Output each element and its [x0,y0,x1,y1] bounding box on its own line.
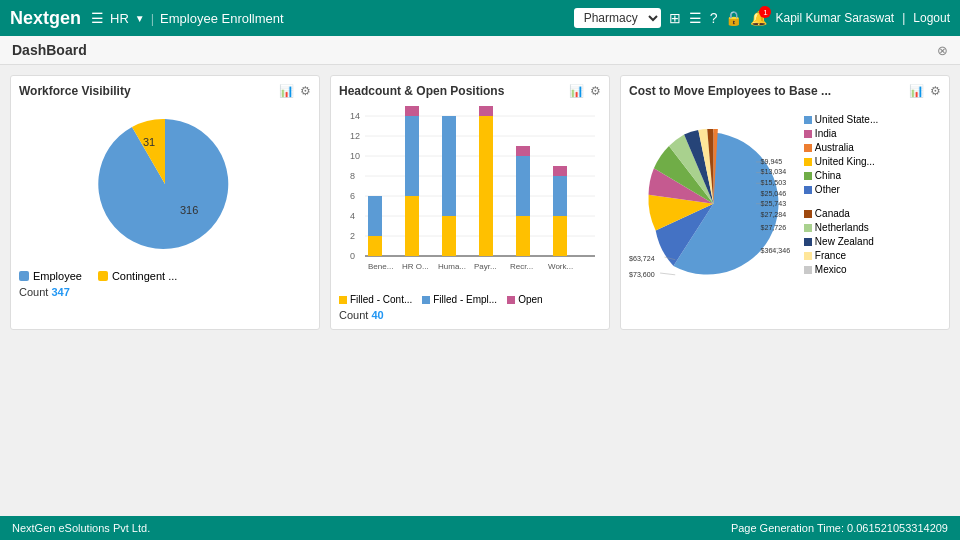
top-nav: ☰ HR ▼ | Employee Enrollment [91,10,284,26]
svg-text:Payr...: Payr... [474,262,497,271]
legend-newzealand: New Zealand [804,236,874,247]
separator: | [902,11,905,25]
headcount-count: Count 40 [339,309,601,321]
headcount-legend: Filled - Cont... Filled - Empl... Open [339,294,601,305]
notification-badge: 1 [759,6,771,18]
filled-empl-dot [422,296,430,304]
legend-open: Open [507,294,542,305]
cost-content: $9,945 $13,034 $15,503 $25,046 $25,743 $… [629,104,941,299]
bar-recr-open [516,146,530,156]
employee-dot [19,271,29,281]
cost-legend: United State... India Australia United K… [804,114,941,278]
hr-chevron-icon[interactable]: ▼ [135,13,145,24]
legend-canada: Canada [804,208,874,219]
bar-huma-cont [442,216,456,256]
top-bar: Nextgen ☰ HR ▼ | Employee Enrollment Pha… [0,0,960,36]
netherlands-label: Netherlands [815,222,869,233]
australia-dot [804,144,812,152]
user-name: Kapil Kumar Saraswat [775,11,894,25]
nav-separator: | [151,11,154,26]
other-dot [804,186,812,194]
list-icon[interactable]: ☰ [689,10,702,26]
legend-other: Other [804,184,878,195]
lock-icon[interactable]: 🔒 [725,10,742,26]
legend-contingent: Contingent ... [98,270,177,282]
count-value: 347 [51,286,69,298]
contingent-dot [98,271,108,281]
legend-filled-cont: Filled - Cont... [339,294,412,305]
newzealand-label: New Zealand [815,236,874,247]
pharmacy-select[interactable]: Pharmacy [574,8,661,28]
legend-india: India [804,128,878,139]
logout-link[interactable]: Logout [913,11,950,25]
other-label: Other [815,184,840,195]
chart-icon[interactable]: 📊 [279,84,294,98]
cost-settings-icon[interactable]: ⚙ [930,84,941,98]
svg-text:$364,346: $364,346 [761,247,791,255]
dashboard-body: Workforce Visibility 📊 ⚙ 316 31 Employee [0,65,960,340]
count-label: Count [19,286,48,298]
australia-label: Australia [815,142,854,153]
mexico-label: Mexico [815,264,847,275]
top-bar-right: Pharmacy ⊞ ☰ ? 🔒 🔔 1 Kapil Kumar Saraswa… [574,8,950,28]
bar-bene-empl [368,196,382,236]
bar-work-cont [553,216,567,256]
cost-chart-icon[interactable]: 📊 [909,84,924,98]
svg-text:$9,945: $9,945 [761,158,783,166]
grid-icon[interactable]: ⊞ [669,10,681,26]
france-dot [804,252,812,260]
legend-france: France [804,250,874,261]
close-icon[interactable]: ⊗ [937,43,948,58]
svg-text:12: 12 [350,131,360,141]
svg-text:4: 4 [350,211,355,221]
cost-title: Cost to Move Employees to Base ... [629,84,831,98]
notification-bell[interactable]: 🔔 1 [750,10,767,26]
headcount-settings-icon[interactable]: ⚙ [590,84,601,98]
svg-text:$15,503: $15,503 [761,179,787,187]
headcount-chart-icon[interactable]: 📊 [569,84,584,98]
canada-label: Canada [815,208,850,219]
workforce-pie-svg: 316 31 [75,104,255,264]
bar-work-open [553,166,567,176]
svg-text:2: 2 [350,231,355,241]
settings-icon[interactable]: ⚙ [300,84,311,98]
cost-card-header: Cost to Move Employees to Base ... 📊 ⚙ [629,84,941,98]
workforce-count: Count 347 [19,286,311,298]
svg-text:10: 10 [350,151,360,161]
hamburger-icon[interactable]: ☰ [91,10,104,26]
open-dot [507,296,515,304]
cost-legend-right: Canada Netherlands New Zealand France [804,208,874,278]
bar-huma-empl [442,116,456,216]
bar-recr-cont [516,216,530,256]
dashboard-header: DashBoard ⊗ [0,36,960,65]
workforce-card-icons: 📊 ⚙ [279,84,311,98]
contingent-label: Contingent ... [112,270,177,282]
usa-label: United State... [815,114,878,125]
employee-label: Employee [33,270,82,282]
bar-payr-open [479,106,493,116]
legend-australia: Australia [804,142,878,153]
svg-text:14: 14 [350,111,360,121]
netherlands-dot [804,224,812,232]
workforce-card: Workforce Visibility 📊 ⚙ 316 31 Employee [10,75,320,330]
help-icon[interactable]: ? [710,10,718,26]
cost-legend-left: United State... India Australia United K… [804,114,878,198]
india-dot [804,130,812,138]
cost-pie-svg: $9,945 $13,034 $15,503 $25,046 $25,743 $… [629,104,798,299]
legend-employee: Employee [19,270,82,282]
svg-text:$27,726: $27,726 [761,224,787,232]
bar-payr-cont [479,116,493,256]
svg-text:Huma...: Huma... [438,262,466,271]
svg-text:$13,034: $13,034 [761,168,787,176]
main-content: Workforce Visibility 📊 ⚙ 316 31 Employee [0,65,960,511]
headcount-count-label: Count [339,309,368,321]
svg-line-37 [660,273,675,275]
bar-hr-open [405,106,419,116]
svg-text:$27,284: $27,284 [761,211,787,219]
workforce-legend: Employee Contingent ... [19,270,311,282]
enrollment-link[interactable]: Employee Enrollment [160,11,284,26]
bar-hr-cont [405,196,419,256]
svg-text:$63,724: $63,724 [629,255,655,263]
filled-cont-label: Filled - Cont... [350,294,412,305]
hr-menu[interactable]: HR [110,11,129,26]
